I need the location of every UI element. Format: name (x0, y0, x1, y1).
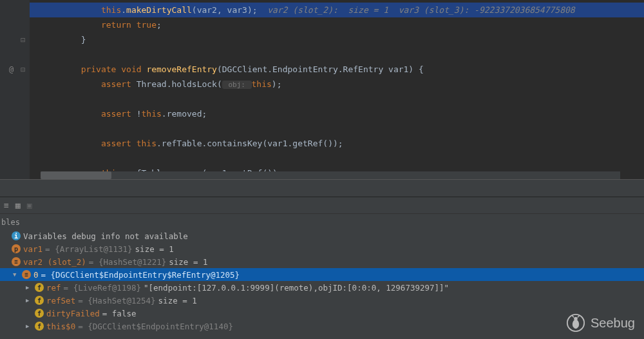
debug-info-text: Variables debug info not available (23, 231, 188, 241)
variable-row-selected[interactable]: ▼ ≡ 0 = {DGCClient$EndpointEntry$RefEntr… (0, 268, 644, 281)
var-name: this$0 (46, 322, 75, 331)
slot-icon: ≡ (12, 257, 21, 266)
var-name: var1 (23, 244, 43, 254)
override-gutter-icon[interactable]: @ (9, 63, 14, 77)
variable-row[interactable]: p var1 = {ArrayList@1131} size = 1 (0, 242, 644, 255)
svg-line-4 (578, 316, 580, 318)
debugger-toolbar: ≡ ▦ ▣ (0, 197, 644, 214)
code-line[interactable]: assert Thread.holdsLock( obj: this); (41, 77, 644, 92)
expand-icon[interactable]: ▶ (26, 297, 32, 304)
kw-this: this (101, 5, 121, 15)
seebug-logo: Seebug (566, 313, 635, 333)
var-name: refSet (46, 296, 75, 305)
view-icon[interactable]: ▣ (27, 200, 32, 210)
expand-icon[interactable]: ▶ (26, 323, 32, 329)
svg-line-3 (572, 316, 574, 318)
var-name: ref (46, 283, 61, 293)
variable-row[interactable]: ▶ f ref = {LiveRef@1198} "[endpoint:[127… (0, 281, 644, 294)
fold-icon[interactable]: ⊟ (21, 33, 25, 48)
code-line[interactable]: assert this.refTable.containsKey(var1.ge… (41, 136, 644, 151)
svg-point-1 (573, 320, 579, 329)
editor-gutter: @ ⊟ ⊟ (0, 0, 30, 179)
debug-info-row: i Variables debug info not available (0, 229, 644, 242)
code-line[interactable]: } (41, 32, 644, 47)
logo-text: Seebug (591, 316, 635, 331)
variable-row[interactable]: f dirtyFailed = false (0, 307, 644, 320)
stack-icon[interactable]: ≡ (4, 200, 9, 210)
var-name: 0 (33, 270, 39, 280)
scrollbar-thumb[interactable] (41, 171, 111, 179)
expand-icon[interactable]: ▶ (26, 284, 32, 291)
code-line-highlighted[interactable]: this.makeDirtyCall(var2, var3); var2 (sl… (30, 3, 644, 17)
variable-row[interactable]: ▶ f refSet = {HashSet@1254} size = 1 (0, 294, 644, 307)
expand-icon[interactable]: ▼ (13, 271, 19, 278)
code-editor[interactable]: @ ⊟ ⊟ this.makeDirtyCall(var2, var3); va… (0, 0, 644, 179)
var-name: dirtyFailed (46, 309, 100, 318)
param-icon: p (12, 244, 21, 253)
svg-point-2 (574, 317, 578, 321)
fn-name: makeDirtyCall (126, 5, 192, 15)
variables-heading: bles (0, 214, 644, 229)
inline-debug-values: var2 (slot_2): size = 1 var3 (slot_3): -… (258, 5, 575, 15)
code-line[interactable]: private void removeRefEntry(DGCClient.En… (41, 62, 644, 77)
table-icon[interactable]: ▦ (15, 200, 21, 210)
panel-divider[interactable] (0, 179, 644, 197)
var-name: var2 (slot_2) (23, 257, 86, 267)
slot-icon: ≡ (22, 270, 31, 279)
info-icon: i (12, 231, 21, 240)
variable-row[interactable]: ≡ var2 (slot_2) = {HashSet@1221} size = … (0, 255, 644, 268)
field-icon: f (35, 296, 44, 305)
field-icon: f (35, 309, 44, 318)
field-icon: f (35, 283, 44, 292)
code-line[interactable]: return true; (41, 17, 644, 32)
variable-row[interactable]: ▶ f this$0 = {DGCClient$EndpointEntry@11… (0, 320, 644, 333)
field-icon: f (35, 322, 44, 331)
method-name: removeRefEntry (146, 64, 217, 74)
param-hint: obj: (222, 81, 252, 89)
code-line[interactable]: assert !this.removed; (41, 106, 644, 121)
horizontal-scrollbar[interactable] (41, 171, 620, 179)
fold-icon[interactable]: ⊟ (21, 63, 25, 77)
bug-icon (566, 313, 585, 333)
debugger-panel: ≡ ▦ ▣ bles i Variables debug info not av… (0, 197, 644, 339)
